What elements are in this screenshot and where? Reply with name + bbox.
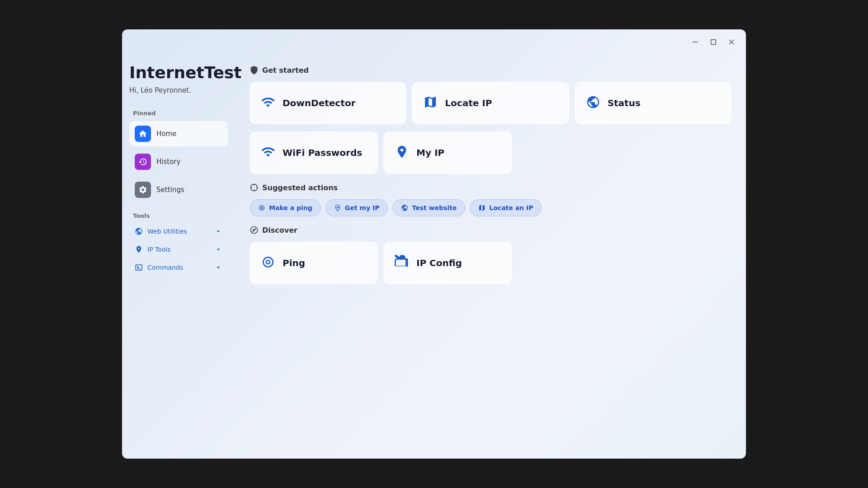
home-label: Home (156, 130, 176, 138)
get-started-label: Get started (262, 66, 309, 75)
maximize-button[interactable] (706, 35, 721, 49)
downdetector-label: DownDetector (283, 98, 355, 108)
suggested-actions-icon (250, 183, 259, 192)
get-my-ip-chip-icon (334, 204, 341, 211)
sidebar-item-ip-tools[interactable]: IP Tools (129, 242, 228, 257)
settings-icon-bg (135, 182, 151, 198)
web-utilities-label: Web Utilities (147, 228, 187, 235)
wifi-passwords-icon (261, 145, 275, 161)
svg-rect-1 (711, 40, 716, 45)
suggested-actions-label: Suggested actions (262, 183, 338, 192)
card-my-ip[interactable]: My IP (383, 131, 512, 174)
sidebar-item-settings[interactable]: Settings (129, 177, 228, 202)
settings-icon (138, 185, 147, 194)
sidebar-item-web-utilities[interactable]: Web Utilities (129, 224, 228, 239)
content-area: InternetTest Hi, Léo Peyronnet. Pinned H… (122, 55, 746, 459)
ping-icon (261, 255, 275, 271)
commands-label: Commands (147, 264, 183, 271)
chip-make-ping[interactable]: Make a ping (250, 199, 321, 216)
status-label: Status (608, 98, 641, 108)
discover-header: Discover (250, 225, 731, 235)
close-button[interactable] (724, 35, 739, 49)
test-website-chip-icon (401, 204, 408, 211)
web-utilities-chevron-icon (214, 227, 222, 235)
pinned-label: Pinned (133, 110, 228, 117)
ip-config-label: IP Config (416, 258, 462, 268)
app-subtitle: Hi, Léo Peyronnet. (129, 86, 228, 94)
ip-tools-label: IP Tools (147, 246, 171, 253)
history-label: History (156, 158, 180, 166)
sidebar-item-home[interactable]: Home (129, 121, 228, 146)
history-icon (138, 157, 147, 166)
my-ip-label: My IP (416, 147, 444, 158)
sidebar-item-history[interactable]: History (129, 149, 228, 174)
card-ip-config[interactable]: IP Config (383, 242, 512, 284)
chip-locate-an-ip-label: Locate an IP (489, 204, 533, 211)
discover-label: Discover (262, 226, 297, 235)
suggested-actions-header: Suggested actions (250, 183, 731, 192)
chip-test-website-label: Test website (412, 204, 457, 211)
locate-an-ip-chip-icon (478, 204, 486, 211)
chip-get-my-ip[interactable]: Get my IP (326, 199, 388, 216)
location-icon (135, 245, 143, 253)
status-icon (586, 95, 600, 111)
settings-label: Settings (156, 186, 184, 194)
get-started-header: Get started (250, 66, 731, 75)
minimize-button[interactable] (688, 35, 703, 49)
suggested-chips: Make a ping Get my IP Test website (250, 199, 731, 216)
home-icon (138, 129, 147, 138)
card-downdetector[interactable]: DownDetector (250, 82, 406, 124)
svg-point-4 (337, 206, 339, 208)
locate-ip-icon (423, 95, 438, 111)
discover-icon (250, 225, 259, 235)
ip-tools-chevron-icon (214, 245, 222, 253)
chip-locate-an-ip[interactable]: Locate an IP (470, 199, 542, 216)
get-started-cards-row1: DownDetector Locate IP (250, 82, 731, 124)
discover-cards: Ping IP Config (250, 242, 512, 284)
wifi-passwords-label: WiFi Passwords (283, 147, 362, 158)
ping-chip-icon (258, 204, 265, 211)
globe-icon (135, 227, 143, 235)
app-title: InternetTest (129, 64, 228, 82)
my-ip-icon (395, 145, 409, 161)
terminal-icon (135, 263, 143, 272)
sidebar: InternetTest Hi, Léo Peyronnet. Pinned H… (122, 55, 235, 459)
ip-config-icon (395, 255, 409, 271)
chip-test-website[interactable]: Test website (392, 199, 465, 216)
card-wifi-passwords[interactable]: WiFi Passwords (250, 131, 378, 174)
main-content: Get started DownDetector (235, 55, 746, 459)
titlebar (122, 29, 746, 55)
history-icon-bg (135, 154, 151, 170)
card-locate-ip[interactable]: Locate IP (412, 82, 569, 124)
chip-get-my-ip-label: Get my IP (345, 204, 380, 211)
sidebar-item-commands[interactable]: Commands (129, 260, 228, 275)
commands-chevron-icon (214, 263, 222, 272)
card-ping[interactable]: Ping (250, 242, 378, 284)
tools-label: Tools (133, 212, 228, 219)
get-started-icon (250, 66, 259, 75)
home-icon-bg (135, 126, 151, 142)
app-window: InternetTest Hi, Léo Peyronnet. Pinned H… (122, 29, 746, 459)
downdetector-icon (261, 95, 275, 111)
card-status[interactable]: Status (575, 82, 731, 124)
locate-ip-label: Locate IP (445, 98, 492, 108)
get-started-cards-row2: WiFi Passwords My IP (250, 131, 512, 174)
ping-label: Ping (283, 258, 305, 268)
chip-make-ping-label: Make a ping (269, 204, 312, 211)
